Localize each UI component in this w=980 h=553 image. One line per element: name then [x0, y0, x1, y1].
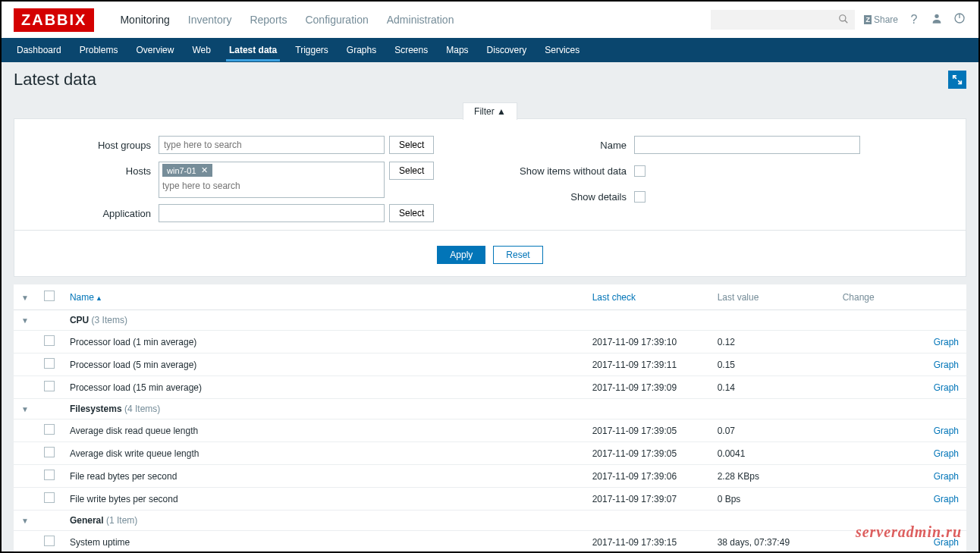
show-no-data-checkbox[interactable] [634, 165, 645, 177]
subnav-web[interactable]: Web [183, 39, 219, 61]
table-row: Processor load (1 min average)2017-11-09… [14, 331, 966, 353]
collapse-icon[interactable]: ▼ [21, 405, 29, 413]
row-checkbox[interactable] [44, 358, 55, 369]
item-change [835, 331, 926, 353]
group-count: (1 Item) [106, 515, 137, 526]
item-lastcheck: 2017-11-09 17:39:15 [585, 531, 710, 552]
subnav-latest-data[interactable]: Latest data [220, 39, 286, 61]
host-groups-select[interactable]: Select [389, 136, 434, 154]
remove-tag-icon[interactable]: ✕ [201, 165, 208, 175]
graph-link[interactable]: Graph [934, 494, 959, 504]
subnav-overview[interactable]: Overview [127, 39, 183, 61]
lastvalue-header: Last value [710, 284, 835, 310]
graph-link[interactable]: Graph [934, 537, 959, 548]
item-lastcheck: 2017-11-09 17:39:07 [585, 488, 710, 511]
top-menu-inventory[interactable]: Inventory [179, 3, 241, 36]
row-checkbox[interactable] [44, 335, 55, 346]
application-input[interactable] [159, 204, 385, 222]
row-checkbox[interactable] [44, 381, 55, 391]
name-header[interactable]: Name▲ [62, 284, 585, 310]
graph-link[interactable]: Graph [934, 448, 959, 459]
fullscreen-button[interactable] [948, 71, 966, 89]
item-name: Average disk read queue length [62, 419, 585, 442]
top-menu-reports[interactable]: Reports [240, 3, 296, 36]
top-menu-monitoring[interactable]: Monitoring [111, 3, 178, 36]
help-icon[interactable]: ? [907, 13, 921, 27]
svg-point-2 [934, 14, 938, 18]
sort-asc-icon: ▲ [96, 294, 102, 302]
hosts-input-box[interactable]: win7-01 ✕ [159, 162, 385, 198]
group-count: (4 Items) [124, 404, 160, 414]
item-name: Processor load (1 min average) [62, 331, 585, 353]
subnav-maps[interactable]: Maps [437, 39, 477, 61]
group-row: ▼Filesystems (4 Items) [14, 399, 966, 419]
share-button[interactable]: Z Share [864, 14, 898, 25]
hosts-input[interactable] [162, 178, 381, 193]
table-row: Average disk read queue length2017-11-09… [14, 419, 966, 442]
item-lastvalue: 0 Bps [710, 488, 835, 511]
subnav-services[interactable]: Services [536, 39, 589, 61]
item-lastcheck: 2017-11-09 17:39:06 [585, 465, 710, 488]
item-change [835, 376, 926, 399]
row-checkbox[interactable] [44, 447, 55, 457]
item-lastvalue: 0.12 [710, 331, 835, 353]
subnav-triggers[interactable]: Triggers [286, 39, 338, 61]
select-all-checkbox[interactable] [44, 291, 55, 301]
item-name: File write bytes per second [62, 488, 585, 511]
logout-icon[interactable] [953, 12, 966, 27]
hosts-label: Hosts [30, 162, 159, 181]
filter-tab[interactable]: Filter ▲ [463, 102, 517, 120]
table-body: ▼CPU (3 Items)Processor load (1 min aver… [14, 310, 966, 552]
top-menu-configuration[interactable]: Configuration [296, 3, 377, 36]
group-name: CPU [70, 315, 89, 325]
table-row: File write bytes per second2017-11-09 17… [14, 488, 966, 511]
application-select[interactable]: Select [389, 204, 434, 222]
graph-link[interactable]: Graph [934, 382, 959, 393]
subnav-discovery[interactable]: Discovery [478, 39, 536, 61]
svg-point-0 [840, 14, 846, 20]
graph-link[interactable]: Graph [934, 360, 959, 370]
subnav-dashboard[interactable]: Dashboard [8, 39, 71, 61]
show-no-data-label: Show items without data [505, 162, 634, 181]
item-lastvalue: 0.0041 [710, 442, 835, 465]
lastcheck-header[interactable]: Last check [585, 284, 710, 310]
group-name: General [70, 515, 104, 526]
item-lastvalue: 0.14 [710, 376, 835, 399]
name-input[interactable] [634, 136, 860, 154]
collapse-icon[interactable]: ▼ [21, 316, 29, 325]
collapse-icon[interactable]: ▼ [21, 517, 29, 525]
host-groups-input[interactable] [159, 136, 385, 154]
show-details-checkbox[interactable] [634, 191, 645, 203]
header-right: Z Share ? [711, 10, 966, 30]
item-change [835, 488, 926, 511]
svg-line-1 [845, 20, 848, 23]
row-checkbox[interactable] [44, 536, 55, 546]
graph-link[interactable]: Graph [934, 471, 959, 482]
item-lastvalue: 0.15 [710, 353, 835, 376]
global-search[interactable] [711, 10, 855, 30]
item-lastcheck: 2017-11-09 17:39:09 [585, 376, 710, 399]
subnav-problems[interactable]: Problems [71, 39, 127, 61]
collapse-all-icon[interactable]: ▼ [21, 294, 29, 302]
user-icon[interactable] [930, 12, 944, 27]
table-row: Processor load (5 min average)2017-11-09… [14, 353, 966, 376]
item-name: System uptime [62, 531, 585, 552]
subnav-screens[interactable]: Screens [385, 39, 437, 61]
row-checkbox[interactable] [44, 424, 55, 435]
top-menu-administration[interactable]: Administration [378, 3, 463, 36]
header: ZABBIX MonitoringInventoryReportsConfigu… [2, 2, 978, 38]
apply-button[interactable]: Apply [437, 246, 485, 264]
graph-link[interactable]: Graph [934, 337, 959, 347]
row-checkbox[interactable] [44, 470, 55, 480]
subnav-graphs[interactable]: Graphs [338, 39, 385, 61]
item-change [835, 419, 926, 442]
table-row: Processor load (15 min average)2017-11-0… [14, 376, 966, 399]
row-checkbox[interactable] [44, 492, 55, 503]
logo[interactable]: ZABBIX [14, 8, 94, 32]
item-lastvalue: 38 days, 07:37:49 [710, 531, 835, 552]
reset-button[interactable]: Reset [493, 246, 542, 264]
hosts-select[interactable]: Select [389, 162, 434, 180]
item-name: File read bytes per second [62, 465, 585, 488]
graph-link[interactable]: Graph [934, 426, 959, 436]
show-details-label: Show details [505, 187, 634, 207]
